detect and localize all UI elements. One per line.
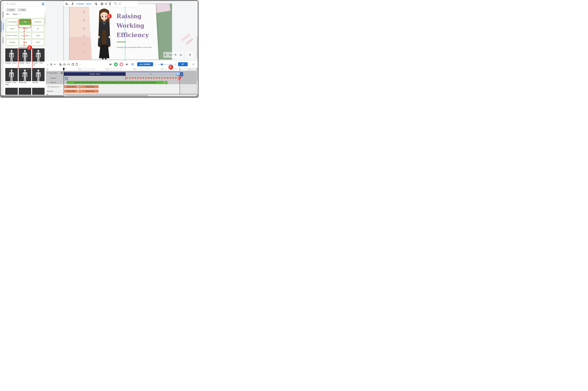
pose-thumbnail[interactable]: Catwalk - Stand — [19, 48, 31, 67]
timeline-zoom-slider[interactable] — [157, 64, 174, 65]
focus-selection-icon[interactable] — [41, 2, 45, 6]
collapse-timeline-icon[interactable] — [192, 63, 194, 65]
preview-speed-icon[interactable] — [179, 54, 182, 56]
pose-thumbnail-image[interactable] — [5, 68, 18, 81]
character-icon[interactable] — [64, 2, 68, 5]
zoom-level[interactable]: 35% — [169, 54, 172, 56]
pose-thumbnail-image[interactable] — [32, 68, 45, 81]
trash-icon[interactable] — [76, 63, 78, 66]
more-options-icon[interactable] — [118, 2, 122, 5]
chevron-down-icon[interactable] — [47, 73, 48, 73]
pose-thumbnail-partial[interactable] — [32, 88, 45, 95]
timeline-ruler[interactable]: 0:000:010:020:030:040:050:060:070:080:09 — [64, 68, 197, 71]
timeline-hscrollbar[interactable] — [64, 95, 197, 96]
track-label-speech[interactable]: Speech — [51, 82, 56, 83]
canvas-scrollbar[interactable] — [197, 36, 198, 59]
add-speech-button[interactable]: + — [165, 81, 167, 84]
timeline-settings-gear-icon[interactable]: ⚙ — [131, 63, 134, 66]
category-presentation[interactable]: Presentation — [6, 19, 18, 25]
category-career[interactable]: Career — [6, 26, 18, 32]
pose-thumbnail[interactable]: Catwalk - Twist Left — [32, 48, 45, 67]
play-button[interactable] — [114, 62, 118, 66]
skip-start-icon[interactable] — [109, 63, 112, 66]
chevron-down-icon[interactable] — [19, 14, 20, 15]
category-business[interactable]: Business — [32, 19, 44, 25]
pose-thumbnail[interactable]: Sad Idle — [32, 68, 45, 87]
brightness-icon[interactable]: ☀ — [54, 63, 56, 66]
track-label-character[interactable]: Cheryl (Bus... — [49, 72, 59, 74]
speech-block[interactable]: Welcome! Today, we will explore how to b… — [67, 81, 164, 84]
character-collapse-badge[interactable] — [61, 72, 63, 74]
category-daily[interactable]: Daily — [19, 39, 31, 45]
animation-block-1[interactable]: #1 — [126, 72, 176, 76]
always-show-block[interactable]: Always Show — [64, 85, 78, 88]
microphone-icon[interactable] — [50, 63, 52, 66]
category-other[interactable]: Other — [32, 39, 44, 45]
current-action-label[interactable]: : Catwalk - Stand — [75, 3, 91, 5]
filter-chip-action[interactable]: ✓Action — [6, 8, 16, 12]
zoom-in-icon[interactable] — [174, 54, 177, 56]
split-left-icon[interactable] — [63, 63, 66, 66]
always-show-block[interactable]: Always Show — [81, 90, 99, 93]
filter-funnel-icon[interactable] — [47, 69, 48, 70]
add-element-block-button[interactable]: + — [78, 90, 81, 93]
category-combat[interactable]: Combat — [6, 39, 18, 45]
category-locomotion[interactable]: Locomotion — [19, 33, 31, 39]
pose-thumbnail-image[interactable] — [19, 68, 31, 81]
breadcrumb-sub[interactable]: Stand — [13, 13, 17, 15]
skip-end-icon[interactable] — [126, 63, 128, 66]
split-clip-icon[interactable] — [67, 63, 70, 66]
sidebar-tab-custom[interactable]: Custom — [1, 35, 4, 46]
add-text-block-button[interactable]: + — [78, 85, 81, 89]
music-icon[interactable]: ♪ — [47, 63, 48, 66]
slide-title[interactable]: Raising Working Efficiency — [116, 11, 156, 40]
zoom-out-icon[interactable] — [164, 54, 167, 56]
track-label-tips[interactable]: Practical Tips ... — [50, 86, 61, 88]
category-basic-posture[interactable]: Basic Posture — [6, 33, 18, 39]
cut-action-icon[interactable] — [59, 63, 62, 66]
pose-thumbnail-partial[interactable] — [19, 88, 31, 95]
pose-thumbnail-image[interactable] — [19, 48, 31, 62]
scene-frame[interactable]: Raising Working Efficiency Practical Tip… — [69, 3, 172, 60]
add-position-button[interactable]: + — [65, 77, 68, 80]
action-settings-icon[interactable] — [94, 2, 98, 5]
animation-block-catwalk[interactable]: Catwalk - Stand — [64, 72, 126, 76]
always-show-block[interactable]: Always Show — [64, 90, 78, 93]
always-show-block[interactable]: Always Show — [81, 85, 99, 88]
rotate-reset-icon[interactable]: ↺ — [104, 2, 108, 5]
category-mood[interactable]: Mood — [19, 26, 31, 32]
filter-chip-pose[interactable]: ✓Pose — [17, 8, 27, 12]
slide-subtitle[interactable]: Practical Tips to Achieve More in Less T… — [117, 46, 157, 48]
hscroll-thumb[interactable] — [66, 95, 148, 96]
stop-button[interactable] — [119, 62, 123, 66]
timeline-vscrollbar[interactable] — [197, 71, 198, 95]
category-idle[interactable]: Idle — [19, 19, 31, 25]
pose-icon[interactable] — [108, 2, 112, 5]
scroll-down-arrow-icon[interactable] — [197, 94, 198, 95]
breadcrumb-category[interactable]: Idle — [6, 13, 9, 15]
stage-canvas[interactable]: Raising Working Efficiency Practical Tip… — [46, 1, 198, 61]
search-box[interactable] — [5, 2, 40, 6]
category-sit[interactable]: Sit — [32, 26, 44, 32]
duplicate-scene-button[interactable] — [187, 52, 193, 58]
search-input[interactable] — [10, 3, 34, 5]
all-scenes-button[interactable]: ALL SCENES — [137, 62, 153, 66]
pose-thumbnail[interactable]: Mutant Idle — [19, 68, 31, 87]
slider-handle[interactable] — [161, 63, 163, 65]
playhead-line[interactable] — [64, 68, 64, 95]
pose-thumbnail[interactable]: Catwalk - Twist Right — [5, 68, 18, 87]
avatar-character[interactable] — [92, 6, 116, 60]
pose-thumbnail[interactable]: Catwalk - Stand — [5, 48, 18, 67]
zoom-slider-minus[interactable]: − — [155, 63, 156, 66]
zoom-slider-plus[interactable]: + — [175, 63, 176, 66]
copy-icon[interactable] — [72, 63, 74, 66]
pose-thumbnail-partial[interactable] — [5, 88, 18, 95]
fit-button[interactable]: FIT — [178, 62, 188, 66]
sidebar-tab-recent[interactable]: Recent — [1, 10, 4, 19]
category-sport[interactable]: Sport — [32, 33, 44, 39]
block-resize-handle[interactable] — [176, 72, 179, 76]
motion-path-icon[interactable] — [114, 2, 118, 5]
panel-scrollbar[interactable] — [45, 13, 45, 95]
rotate-3d-icon[interactable] — [100, 2, 104, 5]
scene-strip-add-tab[interactable]: + — [119, 71, 122, 72]
